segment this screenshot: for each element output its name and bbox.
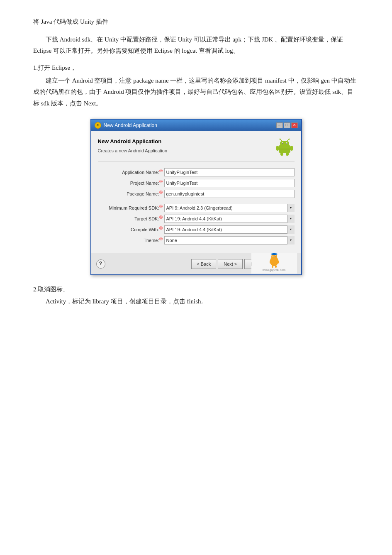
- dialog-body: New Android Application Creates a new An…: [91, 131, 301, 253]
- input-projectname[interactable]: [164, 179, 295, 187]
- svg-point-20: [275, 256, 276, 257]
- help-button[interactable]: ?: [96, 259, 105, 269]
- watermark-text: www.gopedu.com: [263, 268, 285, 274]
- svg-point-4: [282, 143, 283, 144]
- label-compilewith: Compile With:⓪: [98, 225, 164, 233]
- label-theme: Theme:⓪: [98, 236, 164, 244]
- svg-rect-11: [290, 146, 293, 151]
- maximize-button[interactable]: □: [284, 122, 290, 128]
- titlebar-left: e New Android Application: [95, 121, 157, 130]
- form-row-compilewith: Compile With:⓪ API 19: Android 4.4 (KitK…: [98, 225, 295, 234]
- header-title: New Android Application: [98, 137, 168, 146]
- watermark-area: www.gopedu.com: [251, 253, 301, 274]
- svg-rect-26: [273, 253, 275, 254]
- watermark-mascot: [266, 253, 282, 268]
- next-button[interactable]: Next >: [218, 259, 243, 269]
- eclipse-icon: e: [95, 122, 101, 129]
- label-packagename: Package Name:⓪: [98, 190, 164, 198]
- header-subtitle: Creates a new Android Application: [98, 147, 168, 155]
- close-button[interactable]: ✕: [291, 122, 298, 128]
- label-projectname: Project Name:⓪: [98, 179, 164, 187]
- section2-para: Activity，标记为 library 项目，创建项目目录，点击 finish…: [33, 296, 359, 308]
- svg-rect-13: [286, 152, 289, 156]
- input-packagename[interactable]: [164, 190, 295, 198]
- select-wrapper-theme: None ▾: [164, 236, 295, 244]
- select-compilewith[interactable]: API 19: Android 4.4 (KitKat): [164, 225, 295, 234]
- input-appname[interactable]: [164, 168, 295, 176]
- dialog-title: New Android Application: [104, 121, 157, 130]
- svg-point-8: [279, 139, 280, 140]
- svg-rect-1: [280, 141, 289, 146]
- form-row-packagename: Package Name:⓪: [98, 190, 295, 198]
- label-minsdk: Minimum Required SDK:⓪: [98, 204, 164, 212]
- minimize-button[interactable]: –: [276, 122, 283, 128]
- svg-rect-10: [276, 146, 279, 151]
- dialog-footer: ? < Back Next > Finish Cancel: [91, 253, 301, 274]
- label-targetsdk: Target SDK:⓪: [98, 215, 164, 222]
- select-theme[interactable]: None: [164, 236, 295, 244]
- android-logo: [275, 137, 295, 157]
- article-para1: 下载 Android sdk、在 Unity 中配置好路径，保证 Unity 可…: [33, 34, 359, 57]
- select-targetsdk[interactable]: API 19: Android 4.4 (KitKat): [164, 215, 295, 223]
- svg-rect-21: [270, 260, 271, 264]
- dialog-titlebar: e New Android Application – □ ✕: [91, 120, 301, 131]
- select-wrapper-targetsdk: API 19: Android 4.4 (KitKat) ▾: [164, 215, 295, 223]
- header-text: New Android Application Creates a new An…: [98, 137, 168, 155]
- label-appname: Application Name:⓪: [98, 168, 164, 176]
- svg-point-19: [273, 256, 273, 257]
- dialog-form: Application Name:⓪ Project Name:⓪ Packag…: [98, 166, 295, 249]
- form-row-projectname: Project Name:⓪: [98, 179, 295, 187]
- article-title: 将 Java 代码做成 Unity 插件: [33, 17, 359, 27]
- select-wrapper-compilewith: API 19: Android 4.4 (KitKat) ▾: [164, 225, 295, 234]
- select-minsdk[interactable]: API 9: Android 2.3 (Gingerbread): [164, 204, 295, 212]
- footer-left: ?: [96, 259, 105, 269]
- form-row-targetsdk: Target SDK:⓪ API 19: Android 4.4 (KitKat…: [98, 215, 295, 223]
- eclipse-dialog: e New Android Application – □ ✕ New Andr…: [90, 119, 302, 275]
- section2-title: 2.取消图标、: [33, 284, 359, 295]
- select-wrapper-minsdk: API 9: Android 2.3 (Gingerbread) ▾: [164, 204, 295, 212]
- svg-rect-12: [280, 152, 283, 156]
- section1-title: 1.打开 Eclipse，: [33, 63, 359, 73]
- form-row-minsdk: Minimum Required SDK:⓪ API 9: Android 2.…: [98, 204, 295, 212]
- dialog-wrapper: e New Android Application – □ ✕ New Andr…: [33, 119, 359, 275]
- form-row-appname: Application Name:⓪: [98, 168, 295, 176]
- watermark-image: www.gopedu.com: [251, 253, 297, 274]
- section1-para: 建立一个 Android 空项目，注意 package name 一栏，这里写的…: [33, 75, 359, 110]
- svg-point-9: [288, 139, 290, 140]
- window-controls: – □ ✕: [276, 122, 298, 128]
- form-row-theme: Theme:⓪ None ▾: [98, 236, 295, 244]
- back-button[interactable]: < Back: [191, 259, 216, 269]
- dialog-header: New Android Application Creates a new An…: [98, 137, 295, 161]
- svg-rect-22: [277, 260, 279, 264]
- svg-point-5: [286, 143, 287, 144]
